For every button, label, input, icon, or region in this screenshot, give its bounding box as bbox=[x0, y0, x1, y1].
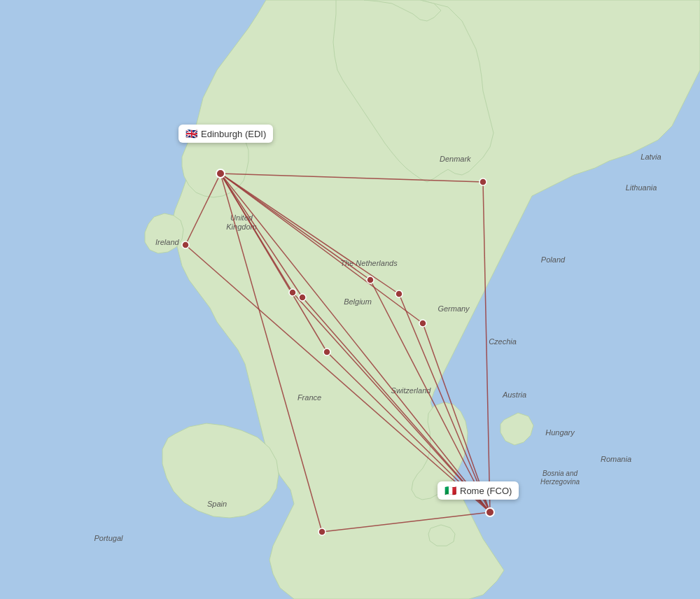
rome-airport-label[interactable]: 🇮🇹 Rome (FCO) bbox=[438, 481, 519, 500]
waypoint-uk1 bbox=[289, 289, 296, 296]
edinburgh-airport-label[interactable]: 🇬🇧 Edinburgh (EDI) bbox=[178, 125, 273, 143]
spain-label: Spain bbox=[207, 500, 227, 508]
rome-airport-text: Rome (FCO) bbox=[460, 486, 512, 496]
hungary-label: Hungary bbox=[545, 428, 575, 437]
germany-label: Germany bbox=[438, 304, 470, 313]
france-label: France bbox=[298, 393, 321, 402]
lithuania-label: Lithuania bbox=[626, 183, 657, 192]
edinburgh-airport-text: Edinburgh (EDI) bbox=[201, 129, 266, 139]
czechia-label: Czechia bbox=[489, 337, 517, 346]
denmark-label: Denmark bbox=[440, 155, 471, 163]
map-container: Ireland United Kingdom Denmark The Nethe… bbox=[0, 0, 700, 599]
belgium-label: Belgium bbox=[344, 297, 372, 306]
waypoint-germany2 bbox=[419, 320, 426, 327]
uk-flag: 🇬🇧 bbox=[186, 128, 197, 139]
austria-label: Austria bbox=[502, 390, 526, 399]
romania-label: Romania bbox=[601, 455, 631, 463]
waypoint-spain bbox=[318, 528, 326, 535]
bosnia-label2: Herzegovina bbox=[540, 478, 580, 486]
italy-flag: 🇮🇹 bbox=[444, 485, 456, 496]
portugal-label: Portugal bbox=[94, 534, 124, 542]
bosnia-label: Bosnia and bbox=[542, 470, 578, 477]
rome-dot bbox=[486, 508, 494, 516]
edinburgh-dot bbox=[216, 169, 225, 178]
waypoint-france bbox=[323, 348, 330, 355]
latvia-label: Latvia bbox=[640, 153, 661, 161]
map-svg: Ireland United Kingdom Denmark The Nethe… bbox=[0, 0, 700, 599]
waypoint-denmark bbox=[479, 178, 486, 185]
waypoint-ireland bbox=[182, 241, 189, 248]
waypoint-germany1 bbox=[396, 290, 402, 297]
waypoint-netherlands bbox=[367, 276, 374, 283]
ireland-label: Ireland bbox=[155, 238, 180, 246]
waypoint-uk2 bbox=[299, 294, 306, 301]
poland-label: Poland bbox=[541, 255, 566, 264]
